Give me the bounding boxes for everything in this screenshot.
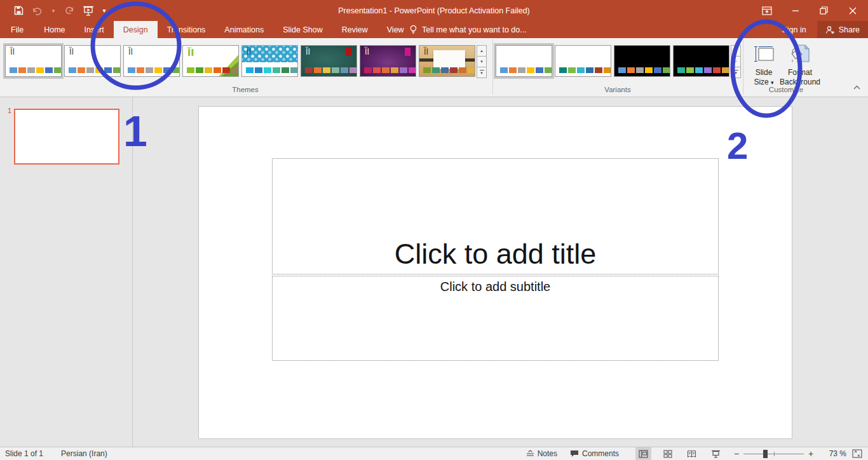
save-icon[interactable] <box>9 2 28 20</box>
theme-thumbnail-facet[interactable]: اآ <box>182 45 239 77</box>
theme-glyph: اآ <box>306 47 310 57</box>
theme-glyph: اآ <box>69 47 74 57</box>
theme-swatches <box>187 67 239 73</box>
tab-design[interactable]: Design <box>114 21 158 38</box>
variants-gallery <box>496 45 729 77</box>
slide-counter[interactable]: Slide 1 of 1 <box>5 449 43 458</box>
tab-insert[interactable]: Insert <box>75 21 114 38</box>
title-bar: ▾ ▾ Presentation1 - PowerPoint (Product … <box>0 0 868 21</box>
theme-thumbnail-variant-1[interactable] <box>496 45 552 77</box>
collapse-ribbon-icon[interactable] <box>853 85 860 90</box>
slide-sorter-view-button[interactable] <box>660 447 675 460</box>
subtitle-placeholder[interactable]: Click to add subtitle <box>272 276 719 361</box>
workspace: 1 Click to add title Click to add subtit… <box>0 97 868 447</box>
zoom-in-button[interactable]: + <box>806 449 816 459</box>
reading-view-button[interactable] <box>684 447 700 460</box>
themes-gallery: اآاآاآاآاآاآاآاآ <box>5 45 475 77</box>
variants-scroll-down-icon[interactable]: ▼ <box>731 56 741 67</box>
tab-animations[interactable]: Animations <box>215 21 273 38</box>
tab-slide-show[interactable]: Slide Show <box>273 21 332 38</box>
notes-label: Notes <box>538 449 557 458</box>
zoom-level[interactable]: 73 % <box>818 449 846 458</box>
theme-thumbnail-ion-boardroom[interactable]: اآ <box>360 45 416 77</box>
normal-view-button[interactable] <box>635 447 651 460</box>
themes-gallery-scroll: ▲ ▼ ▼ <box>477 45 487 78</box>
slide-show-view-button[interactable] <box>708 447 724 460</box>
format-background-button[interactable]: Format Background <box>779 41 821 87</box>
fit-slide-to-window-button[interactable] <box>849 447 865 460</box>
themes-more-icon[interactable]: ▼ <box>477 67 487 78</box>
view-shortcuts <box>635 447 724 460</box>
theme-thumbnail-office-1[interactable]: اآ <box>5 45 62 77</box>
share-button[interactable]: Share <box>817 21 868 38</box>
window-controls <box>752 0 867 21</box>
zoom-out-button[interactable]: − <box>731 449 742 459</box>
theme-thumbnail-ion[interactable]: اآ <box>301 45 357 77</box>
panel-divider[interactable] <box>132 97 133 447</box>
notes-icon <box>526 450 534 457</box>
customize-qat-icon[interactable]: ▾ <box>98 2 111 20</box>
theme-thumbnail-organic[interactable]: اآ <box>419 45 475 77</box>
powerpoint-window: ▾ ▾ Presentation1 - PowerPoint (Product … <box>0 0 868 460</box>
tab-transitions[interactable]: Transitions <box>158 21 215 38</box>
tab-file[interactable]: File <box>0 21 34 38</box>
theme-thumbnail-variant-4[interactable] <box>673 45 729 77</box>
variants-more-icon[interactable]: ▼ <box>731 67 741 78</box>
theme-thumbnail-office-2[interactable]: اآ <box>64 45 121 77</box>
slide-size-icon <box>753 41 775 67</box>
zoom-controls: − + 73 % <box>731 447 865 460</box>
slide-thumbnail[interactable] <box>14 109 119 165</box>
theme-swatches <box>305 67 357 73</box>
theme-thumbnail-integral[interactable]: اآ <box>241 45 298 77</box>
theme-swatches <box>423 67 475 73</box>
zoom-slider-thumb[interactable] <box>763 450 768 458</box>
theme-thumbnail-variant-3[interactable] <box>614 45 670 77</box>
theme-glyph: اآ <box>424 47 428 57</box>
theme-glyph: اآ <box>10 47 15 57</box>
slide-canvas: Click to add title Click to add subtitle <box>199 107 792 438</box>
theme-glyph: اآ <box>128 47 133 57</box>
close-icon[interactable] <box>838 0 867 21</box>
variants-scroll-up-icon[interactable]: ▲ <box>731 45 741 57</box>
slide-thumbnail-number: 1 <box>8 107 11 114</box>
themes-scroll-up-icon[interactable]: ▲ <box>477 45 487 57</box>
tab-review[interactable]: Review <box>332 21 377 38</box>
ribbon-display-options-icon[interactable] <box>752 0 781 21</box>
theme-thumbnail-office-3[interactable]: اآ <box>123 45 180 77</box>
themes-scroll-down-icon[interactable]: ▼ <box>477 56 487 67</box>
title-placeholder-text: Click to add title <box>395 238 597 271</box>
customize-group-label: Customize <box>745 86 827 93</box>
window-title: Presentation1 - PowerPoint (Product Acti… <box>338 0 530 21</box>
theme-swatches <box>618 67 670 73</box>
theme-swatches <box>128 67 180 73</box>
zoom-slider[interactable] <box>743 449 804 458</box>
theme-thumbnail-variant-2[interactable] <box>555 45 611 77</box>
sign-in-link[interactable]: Sign in <box>771 25 817 34</box>
comments-button[interactable]: Comments <box>564 447 625 460</box>
theme-glyph: اآ <box>365 47 369 57</box>
notes-button[interactable]: Notes <box>520 447 564 460</box>
restore-icon[interactable] <box>810 0 838 21</box>
slide-size-button[interactable]: Slide Size ▾ <box>749 41 779 88</box>
subtitle-placeholder-text: Click to add subtitle <box>440 280 550 294</box>
title-placeholder[interactable]: Click to add title <box>272 158 719 274</box>
minimize-icon[interactable] <box>781 0 810 21</box>
tab-home[interactable]: Home <box>34 21 74 38</box>
slide-size-label-line1: Slide <box>756 68 773 78</box>
theme-glyph: اآ <box>187 47 194 58</box>
comments-icon <box>570 450 579 457</box>
ribbon: اآاآاآاآاآاآاآاآ ▲ ▼ ▼ Themes ▲ ▼ ▼ Vari… <box>0 38 868 97</box>
variants-group-label: Variants <box>493 86 742 93</box>
language-indicator[interactable]: Persian (Iran) <box>61 449 107 458</box>
quick-access-toolbar: ▾ ▾ <box>9 0 111 21</box>
start-from-beginning-icon[interactable] <box>79 2 98 20</box>
theme-swatches <box>246 67 298 73</box>
comments-label: Comments <box>582 449 619 458</box>
theme-swatches <box>364 67 416 73</box>
share-label: Share <box>839 25 860 34</box>
undo-dropdown-icon[interactable]: ▾ <box>47 2 60 20</box>
redo-icon[interactable] <box>60 2 79 20</box>
undo-icon[interactable] <box>28 2 47 20</box>
tell-me-box[interactable]: Tell me what you want to do... <box>400 21 536 38</box>
theme-swatches <box>500 67 552 73</box>
